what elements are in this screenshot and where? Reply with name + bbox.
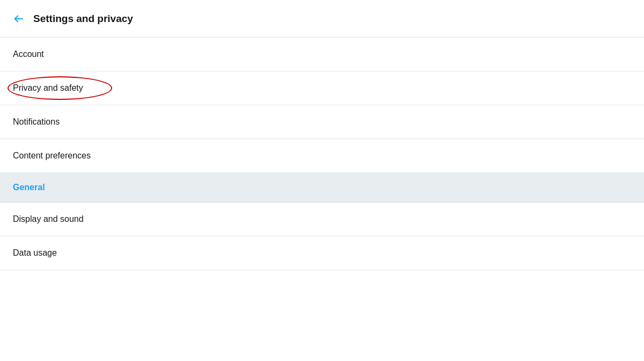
menu-item-data-usage[interactable]: Data usage xyxy=(0,236,644,270)
menu-item-display-sound[interactable]: Display and sound xyxy=(0,203,644,236)
display-sound-label: Display and sound xyxy=(13,214,84,224)
settings-menu: Account Privacy and safety Notifications… xyxy=(0,38,644,173)
menu-item-content-preferences[interactable]: Content preferences xyxy=(0,139,644,173)
general-menu: Display and sound Data usage xyxy=(0,203,644,270)
menu-item-notifications[interactable]: Notifications xyxy=(0,105,644,139)
settings-page: Settings and privacy Account Privacy and… xyxy=(0,0,644,270)
page-title: Settings and privacy xyxy=(33,13,133,25)
menu-item-account[interactable]: Account xyxy=(0,38,644,71)
notifications-label: Notifications xyxy=(13,117,60,127)
back-button[interactable] xyxy=(13,13,25,25)
content-preferences-label: Content preferences xyxy=(13,151,91,161)
data-usage-label: Data usage xyxy=(13,248,57,258)
general-section-header: General xyxy=(0,173,644,203)
header: Settings and privacy xyxy=(0,0,644,38)
account-label: Account xyxy=(13,49,44,59)
menu-item-privacy-safety[interactable]: Privacy and safety xyxy=(0,71,644,105)
privacy-safety-label: Privacy and safety xyxy=(13,83,83,93)
general-section-label: General xyxy=(13,183,45,192)
